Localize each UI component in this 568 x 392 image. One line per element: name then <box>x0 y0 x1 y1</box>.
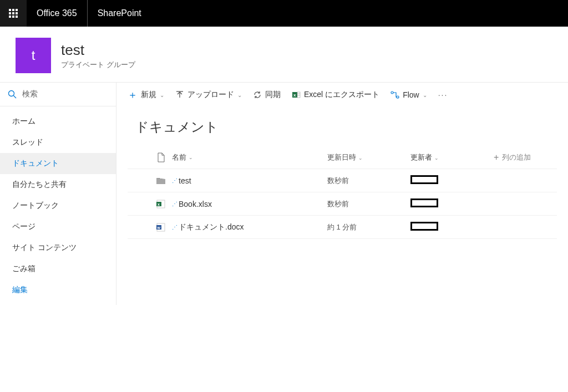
table-row[interactable]: ⋰test 数秒前 <box>128 169 557 192</box>
site-title[interactable]: test <box>61 42 135 59</box>
new-button[interactable]: ＋ 新規 ⌄ <box>128 88 164 101</box>
item-name[interactable]: ドキュメント.docx <box>179 222 244 232</box>
left-column: 検索 ホーム スレッド ドキュメント 自分たちと共有 ノートブック ページ サイ… <box>0 83 116 305</box>
svg-point-10 <box>397 96 399 98</box>
new-indicator-icon: ⋰ <box>172 177 178 184</box>
new-indicator-icon: ⋰ <box>172 224 178 230</box>
nav-conversations[interactable]: スレッド <box>0 132 116 153</box>
item-modified-by <box>410 175 494 186</box>
new-label: 新規 <box>141 90 156 100</box>
sync-label: 同期 <box>265 90 281 100</box>
site-header: t test プライベート グループ <box>0 27 568 82</box>
more-commands-button[interactable]: ··· <box>438 90 448 99</box>
word-file-icon: w <box>150 222 172 232</box>
item-modified: 数秒前 <box>327 176 410 186</box>
upload-label: アップロード <box>187 90 234 100</box>
library-title: ドキュメント <box>135 118 557 136</box>
svg-text:x: x <box>293 93 296 98</box>
nav-edit-link[interactable]: 編集 <box>0 279 116 301</box>
table-row[interactable]: w ⋰ドキュメント.docx 約 1 分前 <box>128 216 557 239</box>
svg-point-0 <box>9 91 14 96</box>
item-modified: 数秒前 <box>327 199 410 209</box>
nav-recycle-bin[interactable]: ごみ箱 <box>0 258 116 279</box>
nav-shared-with-us[interactable]: 自分たちと共有 <box>0 174 116 195</box>
search-input[interactable]: 検索 <box>0 83 116 106</box>
nav-documents[interactable]: ドキュメント <box>0 153 116 174</box>
table-header: 名前⌄ 更新日時⌄ 更新者⌄ +列の追加 <box>128 146 557 169</box>
plus-icon: ＋ <box>128 88 138 101</box>
chevron-down-icon: ⌄ <box>423 92 427 98</box>
flow-label: Flow <box>403 90 419 99</box>
waffle-icon <box>9 9 18 18</box>
item-modified-by <box>410 222 494 232</box>
item-modified: 約 1 分前 <box>327 222 410 232</box>
add-column-button[interactable]: +列の追加 <box>494 152 557 162</box>
svg-text:w: w <box>157 225 161 229</box>
item-modified-by <box>410 198 494 209</box>
document-list: 名前⌄ 更新日時⌄ 更新者⌄ +列の追加 ⋰test 数秒前 <box>128 146 557 239</box>
upload-button[interactable]: アップロード ⌄ <box>175 90 242 100</box>
upload-icon <box>175 90 184 99</box>
svg-rect-6 <box>297 92 300 98</box>
main-area: ＋ 新規 ⌄ アップロード ⌄ 同期 x Exc <box>116 83 568 305</box>
chevron-down-icon: ⌄ <box>160 92 164 98</box>
search-placeholder: 検索 <box>22 89 38 99</box>
item-name[interactable]: Book.xlsx <box>179 200 212 208</box>
modified-by-column-header[interactable]: 更新者⌄ <box>410 152 494 162</box>
left-nav: ホーム スレッド ドキュメント 自分たちと共有 ノートブック ページ サイト コ… <box>0 106 116 305</box>
svg-text:x: x <box>158 202 160 206</box>
new-indicator-icon: ⋰ <box>172 201 178 207</box>
nav-site-contents[interactable]: サイト コンテンツ <box>0 237 116 258</box>
nav-home[interactable]: ホーム <box>0 111 116 132</box>
global-topbar: Office 365 SharePoint <box>0 0 568 27</box>
flow-button[interactable]: Flow ⌄ <box>390 90 427 99</box>
sync-icon <box>253 90 262 99</box>
app-launcher-button[interactable] <box>0 0 27 27</box>
table-row[interactable]: x ⋰Book.xlsx 数秒前 <box>128 192 557 216</box>
plus-icon: + <box>494 152 499 162</box>
chevron-down-icon: ⌄ <box>434 155 439 161</box>
command-bar: ＋ 新規 ⌄ アップロード ⌄ 同期 x Exc <box>116 83 568 107</box>
sharepoint-link[interactable]: SharePoint <box>88 0 151 27</box>
filetype-column-header[interactable] <box>150 152 172 162</box>
export-excel-label: Excel にエクスポート <box>304 90 379 100</box>
office-365-link[interactable]: Office 365 <box>27 0 88 27</box>
excel-file-icon: x <box>150 199 172 209</box>
site-privacy-label: プライベート グループ <box>61 60 135 70</box>
chevron-down-icon: ⌄ <box>237 92 242 98</box>
nav-notebook[interactable]: ノートブック <box>0 195 116 216</box>
excel-icon: x <box>292 90 301 99</box>
site-logo[interactable]: t <box>16 38 51 73</box>
svg-line-1 <box>14 96 17 99</box>
flow-icon <box>390 90 399 99</box>
item-name[interactable]: test <box>179 176 191 185</box>
folder-icon <box>150 176 172 186</box>
chevron-down-icon: ⌄ <box>358 155 363 161</box>
svg-point-9 <box>391 91 393 94</box>
sync-button[interactable]: 同期 <box>253 90 281 100</box>
chevron-down-icon: ⌄ <box>189 155 193 160</box>
search-icon <box>8 90 17 99</box>
modified-column-header[interactable]: 更新日時⌄ <box>327 152 410 162</box>
nav-pages[interactable]: ページ <box>0 216 116 237</box>
name-column-header[interactable]: 名前⌄ <box>172 152 327 162</box>
export-excel-button[interactable]: x Excel にエクスポート <box>292 90 379 100</box>
